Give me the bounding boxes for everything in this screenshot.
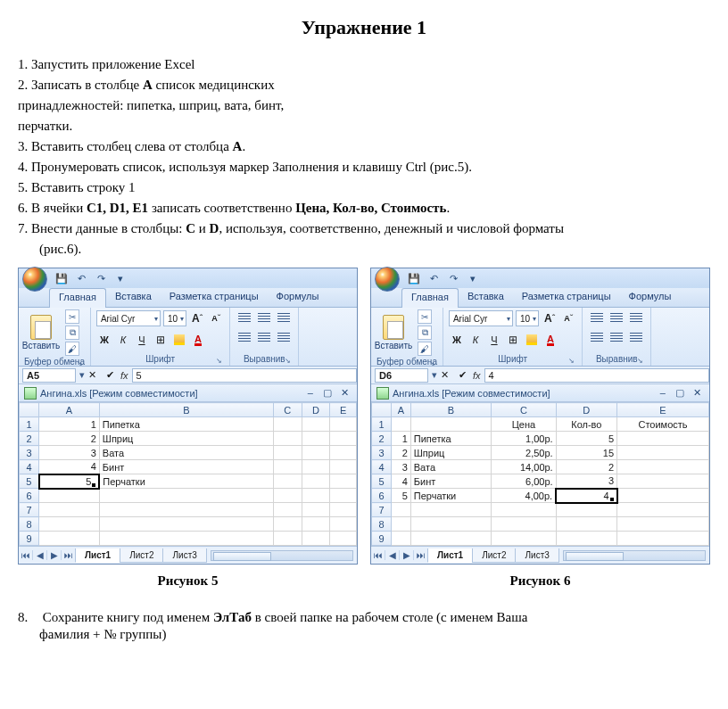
name-box[interactable]: D6 [375, 368, 428, 383]
cell-C3[interactable]: 2,50р. [492, 446, 556, 460]
font-size-combo[interactable]: 10 [516, 310, 539, 326]
sheet-tab-3[interactable]: Лист3 [162, 548, 206, 563]
tab-insert[interactable]: Вставка [106, 288, 161, 307]
font-size-combo[interactable]: 10 [163, 310, 186, 326]
cell-B5[interactable]: Бинт [410, 474, 491, 489]
row-9[interactable]: 9 [20, 532, 39, 546]
col-B[interactable]: B [99, 403, 273, 417]
sheet-tab-1[interactable]: Лист1 [75, 548, 120, 563]
cell-B4[interactable]: Бинт [99, 460, 273, 474]
undo-icon[interactable]: ↶ [74, 271, 88, 285]
fx-icon[interactable]: fx [120, 370, 128, 381]
col-D[interactable]: D [302, 403, 330, 417]
fx-icon[interactable]: fx [473, 370, 481, 381]
font-color-icon[interactable]: A [542, 332, 558, 348]
tab-layout[interactable]: Разметка страницы [161, 288, 268, 307]
qat-dropdown-icon[interactable]: ▾ [113, 271, 128, 285]
nav-next-icon[interactable]: ▶ [47, 550, 62, 560]
select-all-corner[interactable] [372, 403, 392, 417]
font-name-combo[interactable]: Arial Cyr [449, 310, 513, 326]
cell-C4[interactable]: 14,00р. [492, 460, 556, 474]
cell-A3[interactable]: 3 [39, 446, 100, 460]
office-button[interactable] [375, 267, 400, 292]
col-E[interactable]: E [330, 403, 357, 417]
row-1[interactable]: 1 [372, 417, 392, 432]
close-icon[interactable]: ✕ [690, 387, 704, 399]
row-7[interactable]: 7 [20, 503, 39, 517]
cell-D4[interactable]: 2 [556, 460, 616, 474]
row-2[interactable]: 2 [20, 432, 39, 446]
formula-input[interactable]: 4 [484, 368, 709, 383]
align-top-icon[interactable] [236, 309, 253, 326]
sheet-tab-1[interactable]: Лист1 [427, 548, 473, 563]
restore-icon[interactable]: ▢ [673, 387, 687, 399]
fill-color-icon[interactable] [171, 332, 187, 348]
col-B[interactable]: B [410, 403, 491, 417]
col-C[interactable]: C [492, 403, 556, 417]
cell-A5[interactable]: 4 [392, 474, 411, 489]
align-bottom-icon[interactable] [275, 309, 293, 326]
align-middle-icon[interactable] [608, 309, 625, 326]
redo-icon[interactable]: ↷ [94, 271, 108, 285]
italic-button[interactable]: К [115, 332, 131, 348]
nav-first-icon[interactable]: ⏮ [19, 550, 33, 560]
copy-icon[interactable]: ⧉ [418, 326, 432, 340]
row-3[interactable]: 3 [20, 446, 39, 460]
save-icon[interactable]: 💾 [407, 271, 421, 285]
cell-A5-selected[interactable]: 5 [39, 474, 100, 489]
cell-A4[interactable]: 4 [39, 460, 100, 474]
cell-B3[interactable]: Вата [99, 446, 273, 460]
save-icon[interactable]: 💾 [54, 271, 69, 285]
cell-B6[interactable]: Перчатки [410, 489, 491, 503]
cell-A3[interactable]: 2 [392, 446, 411, 460]
tab-layout[interactable]: Разметка страницы [513, 288, 620, 307]
row-5[interactable]: 5 [20, 474, 39, 489]
cell-A1[interactable]: 1 [39, 417, 100, 432]
align-top-icon[interactable] [588, 309, 606, 326]
cell-B2[interactable]: Пипетка [410, 432, 491, 446]
italic-button[interactable]: К [467, 332, 484, 348]
align-middle-icon[interactable] [255, 309, 273, 326]
tab-insert[interactable]: Вставка [459, 288, 513, 307]
align-center-icon[interactable] [255, 329, 273, 345]
cancel-icon[interactable]: ✕ [85, 369, 99, 381]
cell-D6-selected[interactable]: 4 [556, 489, 616, 503]
cell-A2[interactable]: 1 [392, 432, 411, 446]
align-right-icon[interactable] [627, 329, 645, 345]
sheet-tab-2[interactable]: Лист2 [120, 548, 163, 563]
align-left-icon[interactable] [236, 329, 253, 345]
cell-A6[interactable]: 5 [392, 489, 411, 503]
tab-home[interactable]: Главная [401, 288, 459, 308]
row-4[interactable]: 4 [20, 460, 39, 474]
col-C[interactable]: C [273, 403, 302, 417]
paste-button[interactable]: Вставить [24, 315, 58, 350]
col-D[interactable]: D [556, 403, 616, 417]
minimize-icon[interactable]: – [303, 387, 318, 398]
cell-B1[interactable]: Пипетка [99, 417, 273, 432]
nav-last-icon[interactable]: ⏭ [414, 550, 428, 560]
shrink-font-icon[interactable]: Aˇ [560, 310, 576, 326]
cut-icon[interactable]: ✂ [418, 309, 432, 324]
bold-button[interactable]: Ж [96, 332, 112, 348]
row-7[interactable]: 7 [372, 503, 392, 517]
cell-B2[interactable]: Шприц [99, 432, 273, 446]
grow-font-icon[interactable]: Aˆ [189, 310, 205, 326]
borders-icon[interactable] [505, 332, 521, 348]
cut-icon[interactable]: ✂ [65, 309, 79, 324]
row-5[interactable]: 5 [372, 474, 392, 489]
row-9[interactable]: 9 [372, 532, 392, 546]
cell-D5[interactable]: 3 [556, 474, 616, 489]
cell-B4[interactable]: Вата [410, 460, 491, 474]
close-icon[interactable]: ✕ [337, 387, 352, 399]
cell-A2[interactable]: 2 [39, 432, 100, 446]
nav-first-icon[interactable]: ⏮ [371, 550, 385, 560]
enter-icon[interactable]: ✔ [103, 369, 117, 381]
nav-last-icon[interactable]: ⏭ [62, 550, 76, 560]
cell-C1[interactable]: Цена [492, 417, 556, 432]
horizontal-scrollbar[interactable] [563, 550, 706, 561]
row-2[interactable]: 2 [372, 432, 392, 446]
worksheet-grid[interactable]: A B C D E 1 Цена Кол-во Стоимость 2 1 Пи… [371, 402, 709, 546]
select-all-corner[interactable] [20, 403, 39, 417]
cell-E1[interactable]: Стоимость [617, 417, 709, 432]
sheet-tab-2[interactable]: Лист2 [472, 548, 516, 563]
